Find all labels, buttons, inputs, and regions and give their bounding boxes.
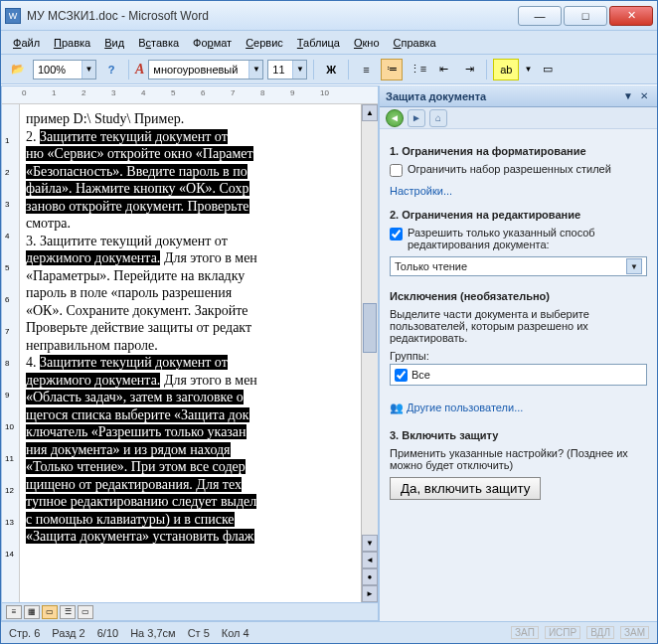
enable-protection-button[interactable]: Да, включить защиту: [390, 477, 541, 500]
nav-forward-icon[interactable]: ►: [408, 109, 425, 127]
chevron-down-icon[interactable]: ▼: [626, 258, 642, 274]
pane-nav: ◄ ► ⌂: [380, 107, 657, 129]
status-indicators: ЗАПИСПРВДЛЗАМ: [511, 626, 649, 639]
vertical-ruler[interactable]: 1234567891011121314: [2, 104, 20, 602]
outline-view-button[interactable]: ☰: [60, 605, 76, 619]
exceptions-description: Выделите части документа и выберите поль…: [390, 308, 647, 344]
doc-line[interactable]: заново откройте документ. Проверьте: [26, 198, 351, 216]
status-indicator[interactable]: ВДЛ: [586, 626, 614, 639]
window-title: МУ МСЗКИ1.doc - Microsoft Word: [27, 9, 518, 23]
doc-line[interactable]: смотра.: [26, 215, 351, 233]
doc-line[interactable]: 3. Защитите текущий документ от: [26, 233, 351, 250]
browse-object-icon[interactable]: ●: [362, 568, 378, 585]
bold-icon[interactable]: Ж: [320, 59, 342, 80]
doc-line[interactable]: «Защита документа» установить флаж: [26, 528, 351, 546]
font-size-input[interactable]: [268, 61, 292, 79]
status-indicator[interactable]: ИСПР: [545, 626, 580, 639]
pane-menu-icon[interactable]: ▼: [621, 89, 635, 103]
bullet-list-icon[interactable]: ⋮≡: [407, 59, 428, 80]
scroll-down-icon[interactable]: ▼: [362, 535, 378, 552]
document-page[interactable]: пример D:\ Study\ Пример. 2. Защитите те…: [20, 104, 361, 602]
doc-line[interactable]: тупное редактированию следует выдел: [26, 493, 351, 511]
doc-line[interactable]: ню «Сервис» откройте окно «Парамет: [26, 145, 351, 163]
numbered-list-icon[interactable]: ≔: [381, 59, 403, 80]
align-left-icon[interactable]: ≡: [355, 59, 377, 80]
prev-page-icon[interactable]: ◄: [362, 552, 378, 568]
chevron-down-icon[interactable]: ▼: [292, 61, 306, 79]
doc-line[interactable]: файла». Нажмите кнопку «ОК». Сохр: [26, 180, 351, 198]
menu-таблица[interactable]: Таблица: [291, 34, 346, 52]
next-page-icon[interactable]: ►: [362, 585, 378, 602]
style-combo[interactable]: ▼: [148, 60, 263, 80]
status-section: Разд 2: [52, 627, 84, 639]
doc-line[interactable]: «Безопасность». Введите пароль в по: [26, 163, 351, 181]
menu-вид[interactable]: Вид: [98, 34, 130, 52]
doc-line[interactable]: щищено от редактирования. Для тех: [26, 476, 351, 494]
reading-layout-icon[interactable]: ▭: [537, 59, 559, 80]
chevron-down-icon[interactable]: ▼: [82, 61, 95, 79]
open-icon[interactable]: 📂: [7, 59, 29, 80]
normal-view-button[interactable]: ≡: [6, 605, 22, 619]
chevron-down-icon[interactable]: ▼: [248, 61, 262, 79]
chevron-down-icon[interactable]: ▼: [523, 59, 533, 80]
menu-файл[interactable]: Файл: [7, 34, 46, 52]
scroll-up-icon[interactable]: ▲: [362, 104, 378, 121]
reading-view-button[interactable]: ▭: [78, 605, 93, 619]
highlight-icon[interactable]: ab: [493, 59, 519, 80]
doc-line[interactable]: пример D:\ Study\ Пример.: [26, 110, 351, 128]
zoom-combo[interactable]: ▼: [33, 60, 96, 80]
titlebar: W МУ МСЗКИ1.doc - Microsoft Word — □ ✕: [1, 1, 657, 31]
doc-line[interactable]: с помощью клавиатуры) и в списке: [26, 511, 351, 529]
other-users-link[interactable]: Другие пользователи...: [407, 402, 523, 413]
menu-формат[interactable]: Формат: [187, 34, 238, 52]
menu-сервис[interactable]: Сервис: [240, 34, 289, 52]
font-size-combo[interactable]: ▼: [267, 60, 307, 80]
apply-description: Применить указанные настройки? (Позднее …: [390, 447, 647, 471]
doc-line[interactable]: неправильном пароле.: [26, 337, 351, 355]
pane-close-icon[interactable]: ✕: [637, 89, 651, 103]
help-icon[interactable]: ?: [100, 59, 122, 80]
group-all-checkbox[interactable]: [395, 369, 408, 382]
print-view-button[interactable]: ▭: [42, 605, 58, 619]
doc-line[interactable]: ния документа» и из рядом находя: [26, 441, 351, 459]
doc-line[interactable]: «Параметры». Перейдите на вкладку: [26, 267, 351, 285]
decrease-indent-icon[interactable]: ⇤: [432, 59, 454, 80]
editing-mode-select[interactable]: Только чтение ▼: [390, 256, 647, 276]
doc-line[interactable]: 2. Защитите текущий документ от: [26, 128, 351, 146]
doc-line[interactable]: «Только чтение». При этом все содер: [26, 458, 351, 476]
restrict-editing-checkbox[interactable]: Разрешить только указанный способ редакт…: [390, 227, 647, 250]
section-heading: 3. Включить защиту: [390, 429, 647, 441]
web-view-button[interactable]: ▦: [24, 605, 40, 619]
minimize-button[interactable]: —: [518, 6, 562, 26]
task-pane: Защита документа ▼ ✕ ◄ ► ⌂ 1. Ограничени…: [379, 85, 657, 621]
groups-list[interactable]: Все: [390, 364, 647, 386]
increase-indent-icon[interactable]: ⇥: [458, 59, 480, 80]
doc-line[interactable]: Проверьте действие защиты от редакт: [26, 319, 351, 337]
doc-line[interactable]: держимого документа. Для этого в мен: [26, 249, 351, 267]
doc-line[interactable]: щегося списка выберите «Защита док: [26, 406, 351, 424]
close-button[interactable]: ✕: [609, 6, 653, 26]
menu-справка[interactable]: Справка: [388, 34, 442, 52]
menu-вставка[interactable]: Вставка: [132, 34, 185, 52]
doc-line[interactable]: держимого документа. Для этого в мен: [26, 372, 351, 390]
menu-правка[interactable]: Правка: [48, 34, 96, 52]
menubar: ФайлПравкаВидВставкаФорматСервисТаблицаО…: [1, 31, 657, 55]
doc-line[interactable]: «ОК». Сохраните документ. Закройте: [26, 302, 351, 320]
zoom-input[interactable]: [34, 61, 82, 79]
nav-home-icon[interactable]: ⌂: [429, 109, 447, 127]
settings-link[interactable]: Настройки...: [390, 185, 452, 197]
nav-back-icon[interactable]: ◄: [386, 109, 404, 127]
scroll-thumb[interactable]: [363, 303, 377, 353]
doc-line[interactable]: пароль в поле «пароль разрешения: [26, 284, 351, 302]
vertical-scrollbar[interactable]: ▲ ▼ ◄ ● ►: [361, 104, 378, 602]
status-indicator[interactable]: ЗАМ: [620, 626, 649, 639]
horizontal-ruler[interactable]: 012345678910: [2, 86, 378, 104]
doc-line[interactable]: 4. Защитите текущий документ от: [26, 354, 351, 372]
doc-line[interactable]: ключатель «Разрешить только указан: [26, 423, 351, 441]
menu-окно[interactable]: Окно: [348, 34, 386, 52]
doc-line[interactable]: «Область задач», затем в заголовке о: [26, 389, 351, 406]
style-input[interactable]: [149, 61, 248, 79]
status-indicator[interactable]: ЗАП: [511, 626, 539, 639]
maximize-button[interactable]: □: [564, 6, 607, 26]
restrict-formatting-checkbox[interactable]: Ограничить набор разрешенных стилей: [390, 163, 647, 177]
